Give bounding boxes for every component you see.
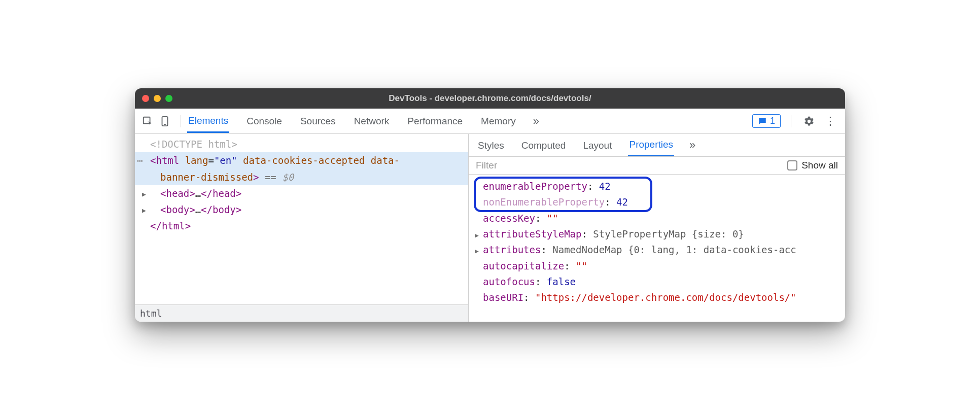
dom-body-element[interactable]: ▶<body>…</body>: [135, 201, 468, 218]
show-all-toggle[interactable]: Show all: [787, 160, 838, 171]
property-row[interactable]: accessKey: "": [472, 211, 845, 226]
tab-network[interactable]: Network: [353, 110, 391, 132]
properties-list[interactable]: enumerableProperty: 42 nonEnumerableProp…: [469, 175, 845, 322]
close-window-button[interactable]: [142, 95, 149, 102]
dom-html-element-cont[interactable]: banner-dismissed> == $0: [135, 169, 468, 185]
more-options-icon[interactable]: ⋮: [823, 114, 838, 129]
window-title: DevTools - developer.chrome.com/docs/dev…: [135, 93, 845, 104]
show-all-label: Show all: [801, 160, 838, 171]
filter-input[interactable]: [476, 160, 787, 171]
maximize-window-button[interactable]: [165, 95, 172, 102]
dom-html-element[interactable]: ⋯<html lang="en" data-cookies-accepted d…: [135, 152, 468, 168]
content-area: <!DOCTYPE html> ⋯<html lang="en" data-co…: [135, 134, 845, 322]
tab-styles[interactable]: Styles: [477, 135, 505, 156]
property-row[interactable]: ▶attributes: NamedNodeMap {0: lang, 1: d…: [472, 242, 845, 258]
window-titlebar: DevTools - developer.chrome.com/docs/dev…: [135, 88, 845, 109]
property-row[interactable]: baseURI: "https://developer.chrome.com/d…: [472, 290, 845, 305]
tab-memory[interactable]: Memory: [480, 110, 517, 132]
panel-tabs: Elements Console Sources Network Perform…: [187, 110, 752, 133]
more-tabs-icon[interactable]: »: [533, 115, 539, 128]
issues-count: 1: [770, 116, 775, 126]
property-row[interactable]: autocapitalize: "": [472, 258, 845, 274]
dom-tree[interactable]: <!DOCTYPE html> ⋯<html lang="en" data-co…: [135, 134, 468, 304]
property-row[interactable]: nonEnumerableProperty: 42: [472, 194, 845, 210]
toolbar-right: 1 ⋮: [752, 114, 840, 129]
device-toolbar-icon[interactable]: [157, 114, 172, 129]
show-all-checkbox[interactable]: [787, 160, 797, 170]
tab-properties[interactable]: Properties: [628, 134, 674, 156]
sidebar-tabs: Styles Computed Layout Properties »: [469, 134, 845, 157]
more-sidebar-tabs-icon[interactable]: »: [689, 139, 695, 152]
tab-sources[interactable]: Sources: [299, 110, 337, 132]
breadcrumb[interactable]: html: [135, 304, 468, 322]
sidebar-panel: Styles Computed Layout Properties » Show…: [469, 134, 845, 322]
minimize-window-button[interactable]: [154, 95, 161, 102]
property-row[interactable]: ▶attributeStyleMap: StylePropertyMap {si…: [472, 226, 845, 242]
inspect-element-icon[interactable]: [140, 114, 155, 129]
dom-html-close[interactable]: </html>: [135, 218, 468, 234]
elements-panel: <!DOCTYPE html> ⋯<html lang="en" data-co…: [135, 134, 469, 322]
tab-performance[interactable]: Performance: [406, 110, 464, 132]
settings-icon[interactable]: [801, 114, 817, 129]
separator: [181, 115, 181, 127]
filter-bar: Show all: [469, 157, 845, 175]
separator: [791, 115, 791, 127]
property-row[interactable]: enumerableProperty: 42: [472, 179, 845, 194]
tab-elements[interactable]: Elements: [187, 110, 229, 133]
window-controls: [142, 95, 172, 102]
tab-console[interactable]: Console: [246, 110, 283, 132]
issues-button[interactable]: 1: [752, 114, 781, 128]
devtools-window: DevTools - developer.chrome.com/docs/dev…: [135, 88, 845, 322]
dom-doctype[interactable]: <!DOCTYPE html>: [135, 136, 468, 152]
main-toolbar: Elements Console Sources Network Perform…: [135, 109, 845, 134]
tab-computed[interactable]: Computed: [520, 135, 567, 156]
property-row[interactable]: autofocus: false: [472, 274, 845, 290]
dom-head-element[interactable]: ▶<head>…</head>: [135, 185, 468, 201]
tab-layout[interactable]: Layout: [582, 135, 613, 156]
